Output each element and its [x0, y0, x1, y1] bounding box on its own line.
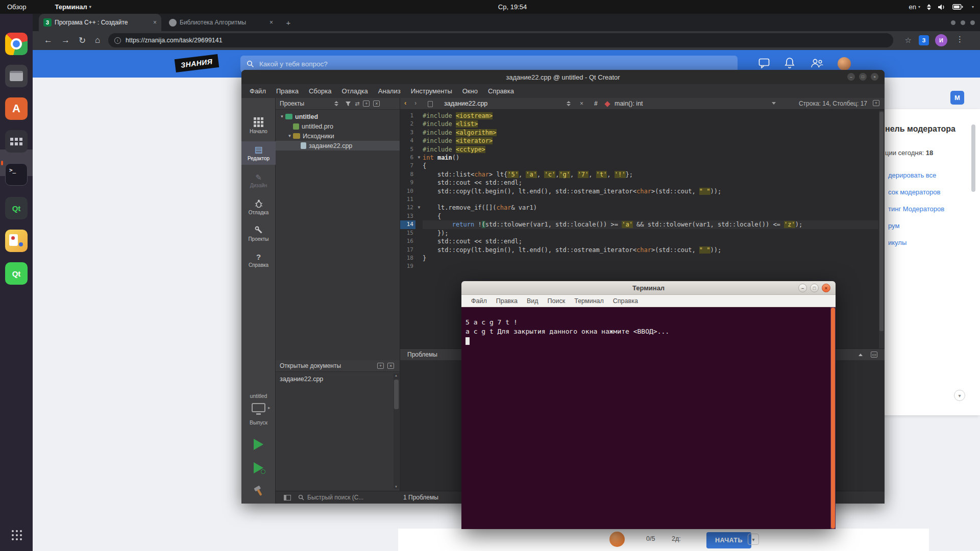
people-icon[interactable] — [811, 58, 824, 68]
split-editor-icon[interactable]: + — [873, 100, 879, 106]
menu-item[interactable]: Окно — [457, 87, 483, 95]
problems-tab[interactable]: 1 Проблемы — [403, 494, 438, 501]
close-icon[interactable]: × — [871, 73, 878, 81]
dropdown-chevron-icon[interactable]: ▾ — [748, 534, 759, 545]
forward-icon[interactable]: → — [61, 35, 70, 45]
close-panel-icon[interactable]: × — [373, 101, 380, 107]
code-line[interactable]: 6▼int main() — [400, 154, 878, 162]
project-tree-item[interactable]: ▼untitled — [276, 112, 400, 121]
minimize-icon[interactable] — [951, 20, 955, 25]
code-line[interactable]: 17 std::copy(lt.begin(), lt.end(), std::… — [400, 246, 878, 254]
menu-item[interactable]: Файл — [244, 87, 271, 95]
moderator-link[interactable]: дерировать все — [888, 171, 944, 179]
open-file-name[interactable]: задание22.cpp — [444, 100, 487, 107]
menu-item[interactable]: Инструменты — [406, 87, 457, 95]
mode-debug[interactable]: Отладка — [241, 195, 276, 219]
moderator-link[interactable]: сок модераторов — [888, 188, 944, 196]
page-scrollbar[interactable] — [971, 124, 975, 192]
filter-funnel-icon[interactable] — [345, 101, 351, 107]
scroll-down-icon[interactable]: ▼ — [395, 485, 398, 488]
tree-expand-icon[interactable]: ▼ — [286, 134, 293, 138]
text-editor-icon[interactable]: A — [5, 97, 28, 120]
pane-window-icon[interactable]: ▭ — [871, 352, 877, 358]
code-line[interactable]: 8 std::list<char> lt{'5', 'a', 'c','g', … — [400, 170, 878, 179]
keyboard-layout-indicator[interactable]: en▾ — [909, 3, 920, 11]
build-hammer-button[interactable] — [253, 485, 265, 497]
maximize-icon[interactable]: □ — [810, 284, 819, 292]
volume-icon[interactable] — [938, 4, 946, 11]
clock[interactable]: Ср, 19:54 — [498, 3, 527, 11]
panel-combo-arrows[interactable] — [334, 101, 338, 106]
app-menu[interactable]: Терминал▾ — [55, 3, 91, 11]
menu-item[interactable]: Правка — [271, 87, 304, 95]
tab-close-icon[interactable]: × — [153, 19, 157, 26]
profile-avatar[interactable]: И — [935, 34, 947, 46]
home-icon[interactable]: ⌂ — [95, 35, 100, 45]
terminal-body[interactable]: 5 a c g 7 t !a c g t Для закрытия данног… — [461, 307, 836, 529]
terminal-icon[interactable]: >_ — [5, 163, 28, 186]
toggle-sidebar-icon[interactable] — [284, 495, 291, 500]
project-tree-item[interactable]: untitled.pro — [276, 121, 400, 131]
code-line[interactable]: 2#include <list> — [400, 120, 878, 128]
scrollbar-thumb[interactable] — [831, 308, 835, 529]
menu-item[interactable]: Поиск — [543, 297, 570, 305]
znanija-logo[interactable]: ЗНАНИЯ — [175, 54, 219, 72]
game-icon[interactable] — [5, 230, 28, 252]
menu-kebab-icon[interactable]: ⋮ — [956, 35, 964, 44]
code-line[interactable]: 16 std::cout << std::endl; — [400, 237, 878, 245]
code-line[interactable]: 5#include <cctype> — [400, 145, 878, 154]
calculator-icon[interactable] — [5, 130, 28, 153]
kit-selector-monitor-icon[interactable] — [252, 403, 265, 412]
code-line[interactable]: 13 { — [400, 212, 878, 220]
code-line[interactable]: 15 }); — [400, 229, 878, 237]
new-tab-button[interactable]: + — [284, 18, 293, 27]
moderator-avatar[interactable]: М — [950, 91, 964, 105]
menu-item[interactable]: Отладка — [336, 87, 373, 95]
code-line[interactable]: 3#include <algorithm> — [400, 129, 878, 137]
code-line[interactable]: 4#include <iterator> — [400, 137, 878, 145]
symbol-selector[interactable]: main(): int — [615, 100, 643, 107]
fold-marker-icon[interactable]: ▼ — [415, 204, 423, 212]
split-panel-icon[interactable]: + — [377, 363, 384, 369]
menu-item[interactable]: Анализ — [373, 87, 406, 95]
messages-icon[interactable] — [758, 58, 770, 68]
battery-icon[interactable] — [952, 4, 963, 10]
back-icon[interactable]: ← — [44, 35, 53, 45]
code-line[interactable]: 10 std::copy(lt.begin(), lt.end(), std::… — [400, 187, 878, 195]
maximize-icon[interactable]: □ — [859, 73, 867, 81]
start-button[interactable]: НАЧАТЬ — [706, 532, 751, 548]
symbol-dropdown-arrow[interactable] — [772, 102, 776, 105]
file-combo-arrows[interactable] — [567, 101, 571, 106]
scroll-up-icon[interactable]: ▲ — [395, 374, 398, 377]
bookmark-star-icon[interactable]: ☆ — [905, 36, 912, 45]
user-avatar[interactable] — [838, 57, 851, 70]
project-tree-item[interactable]: задание22.cpp — [276, 141, 400, 151]
chrome-icon[interactable] — [5, 33, 28, 55]
browser-tab-inactive[interactable]: Библиотека Алгоритмы × — [164, 14, 278, 31]
close-file-icon[interactable]: × — [580, 100, 583, 107]
files-icon[interactable] — [5, 65, 28, 87]
minimize-icon[interactable]: – — [847, 73, 855, 81]
moderator-link[interactable]: тинг Модераторов — [888, 205, 944, 213]
moderator-link[interactable]: икулы — [888, 239, 944, 246]
site-info-icon[interactable]: i — [114, 37, 121, 44]
maximize-icon[interactable] — [961, 20, 965, 25]
mode-edit[interactable]: ▤ Редактор — [241, 141, 276, 165]
code-line[interactable]: 9 std::cout << std::endl; — [400, 179, 878, 187]
qtcreator-titlebar[interactable]: задание22.cpp @ untitled - Qt Creator – … — [241, 70, 885, 84]
open-document-item[interactable]: задание22.cpp — [276, 374, 393, 384]
menu-item[interactable]: Файл — [467, 297, 492, 305]
nav-forward-icon[interactable]: › — [414, 99, 416, 107]
scrollbar-thumb[interactable] — [394, 380, 399, 409]
activities-button[interactable]: Обзор — [7, 3, 27, 11]
qt-creator-icon[interactable]: Qt — [5, 197, 28, 219]
menu-item[interactable]: Справка — [483, 87, 519, 95]
scrollbar-thumb[interactable] — [879, 112, 884, 331]
terminal-scrollbar[interactable] — [830, 307, 836, 529]
code-line[interactable]: 14 return !(std::tolower(var1, std::loca… — [400, 220, 878, 229]
mode-welcome[interactable]: Начало — [241, 114, 276, 137]
fold-marker-icon[interactable]: ▼ — [415, 154, 423, 162]
network-icon[interactable] — [927, 4, 931, 10]
open-documents-scrollbar[interactable]: ▲ ▼ — [394, 373, 399, 489]
mode-help[interactable]: ? Справка — [241, 248, 276, 272]
